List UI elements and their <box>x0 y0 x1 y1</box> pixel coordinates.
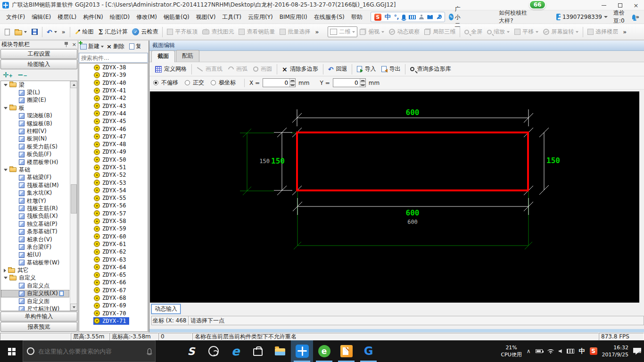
expand-all-icon[interactable]: ✛+ <box>3 72 13 79</box>
start-button[interactable] <box>0 340 23 362</box>
chevron-down-icon[interactable] <box>4 84 8 86</box>
toolbar-overflow[interactable]: » <box>59 29 68 35</box>
sogou-logo-icon[interactable]: S <box>374 14 381 21</box>
component-search-input[interactable] <box>79 55 148 61</box>
y-spin-down-icon[interactable] <box>360 82 365 87</box>
new-file-button[interactable] <box>2 27 12 37</box>
tree-item[interactable]: 集水坑(K) <box>1 189 69 197</box>
ime-mode-chinese[interactable]: 中 <box>385 13 391 21</box>
radio-orthogonal[interactable] <box>185 80 190 85</box>
list-item[interactable]: ZDYX-38 <box>79 64 148 71</box>
list-item[interactable]: ZDYX-42 <box>79 94 148 102</box>
list-item[interactable]: ZDYX-60 <box>79 233 148 240</box>
tree-item[interactable]: 自定义点 <box>1 282 69 289</box>
tree-item[interactable]: 自定义线(X) <box>1 290 69 297</box>
tree-item[interactable]: 板受力筋(S) <box>1 143 69 150</box>
list-item[interactable]: ZDYX-45 <box>79 117 148 125</box>
list-item[interactable]: ZDYX-46 <box>79 125 148 132</box>
list-item[interactable]: ZDYX-66 <box>79 279 148 286</box>
taskbar-search-input[interactable] <box>38 348 144 355</box>
clear-polygon-button[interactable]: ×清除多边形 <box>279 64 321 74</box>
x-spin-down-icon[interactable] <box>290 82 295 87</box>
scroll-up-icon[interactable] <box>70 81 77 88</box>
toolbar-overflow[interactable]: » <box>313 29 321 35</box>
tree-group[interactable]: 自定义 <box>1 274 69 282</box>
taskbar-app-sogou[interactable]: S <box>180 340 202 362</box>
mic-icon[interactable] <box>402 15 405 19</box>
bell-icon[interactable] <box>632 15 636 19</box>
list-item[interactable]: ZDYX-41 <box>79 87 148 94</box>
menu-item[interactable]: 绘图(D) <box>107 11 133 23</box>
list-item[interactable]: ZDYX-54 <box>79 187 148 194</box>
dynamic-input-toggle[interactable]: 动态输入 <box>151 304 181 314</box>
settings-wrench-icon[interactable] <box>436 15 441 20</box>
ime-indicator[interactable]: 中 <box>579 347 585 355</box>
taskbar-search-box[interactable] <box>23 340 156 362</box>
tree-item[interactable]: 基础板带(W) <box>1 259 69 266</box>
taskbar-app-explorer[interactable] <box>269 340 291 362</box>
taskbar-app-edge[interactable]: e <box>224 340 247 362</box>
drawing-input-button[interactable]: 绘图输入 <box>0 59 77 69</box>
define-grid-button[interactable]: 定义网格 <box>152 64 190 74</box>
account-phone[interactable]: 13907298339 <box>562 14 602 20</box>
tab-rebar[interactable]: 配筋 <box>176 50 199 62</box>
cloud-check-button[interactable]: 云检查 <box>130 26 160 38</box>
list-item[interactable]: ZDYX-64 <box>79 263 148 271</box>
align-slab-top-button[interactable]: 平齐板顶 <box>165 26 200 38</box>
report-preview-button[interactable]: 报表预览 <box>0 322 77 332</box>
list-item[interactable]: ZDYX-70 <box>79 310 148 317</box>
list-item[interactable]: ZDYX-67 <box>79 287 148 294</box>
draw-arc-button[interactable]: 画弧 <box>225 64 250 74</box>
undo-button[interactable]: ↶ <box>44 27 59 37</box>
summary-calc-button[interactable]: Σ汇总计算 <box>96 26 130 38</box>
skin-icon[interactable] <box>427 15 433 19</box>
tree-item[interactable]: 螺旋板(B) <box>1 120 69 127</box>
tree-item[interactable]: 筏板主筋(R) <box>1 205 69 212</box>
menu-item[interactable]: 视图(V) <box>193 11 219 23</box>
taskbar-app-360[interactable]: e <box>313 340 335 362</box>
tree-group[interactable]: 其它 <box>1 266 69 274</box>
assistant-entry[interactable]: ✎ 广小二 <box>449 5 466 29</box>
tree-item[interactable]: 条形基础(T) <box>1 228 69 235</box>
account-area[interactable]: 13907298339 造价豆:0 <box>556 9 636 25</box>
menu-item[interactable]: 钢筋量(Q) <box>160 11 193 23</box>
project-settings-button[interactable]: 工程设置 <box>0 49 77 59</box>
tree-item[interactable]: 现浇板(B) <box>1 112 69 120</box>
tree-item[interactable]: 筏板基础(M) <box>1 181 69 189</box>
tab-section[interactable]: 截面 <box>151 50 175 62</box>
tray-chevron-up-icon[interactable]: ∧ <box>527 348 531 354</box>
help-question-link[interactable]: 如何校核柱大样? <box>499 9 528 25</box>
menu-item[interactable]: BIM应用(I) <box>276 11 311 23</box>
chevron-down-icon[interactable] <box>4 277 8 279</box>
orbit-button[interactable]: 动态观察 <box>387 26 422 38</box>
pin-icon[interactable] <box>64 42 68 47</box>
y-coord-spinner[interactable] <box>333 78 366 87</box>
close-panel-icon[interactable]: × <box>72 42 76 47</box>
action-center-icon[interactable]: 1 <box>633 348 641 355</box>
draw-circle-button[interactable]: 画圆 <box>250 64 275 74</box>
list-item[interactable]: ZDYX-58 <box>79 217 148 225</box>
top-view-button[interactable]: 俯视 <box>357 26 387 38</box>
tree-item[interactable]: 桩承台(V) <box>1 236 69 243</box>
polygon-library-button[interactable]: 查询多边形库 <box>407 64 454 74</box>
tree-item[interactable]: 自定义面 <box>1 297 69 305</box>
list-item[interactable]: ZDYX-59 <box>79 225 148 232</box>
new-component-button[interactable]: 新建 <box>79 41 105 51</box>
section-drawing-canvas[interactable]: 600 150 150 150 600 600 <box>150 91 639 303</box>
single-component-input-button[interactable]: 单构件输入 <box>0 312 77 321</box>
wifi-icon[interactable] <box>547 349 554 353</box>
list-item[interactable]: ZDYX-57 <box>79 210 148 217</box>
list-item[interactable]: ZDYX-50 <box>79 156 148 164</box>
list-item[interactable]: ZDYX-39 <box>79 71 148 79</box>
tree-item[interactable]: 板负筋(F) <box>1 151 69 158</box>
chevron-right-icon[interactable] <box>4 269 6 272</box>
account-dropdown-icon[interactable] <box>604 16 608 18</box>
tree-group[interactable]: 基础 <box>1 166 69 173</box>
list-item[interactable]: ZDYX-68 <box>79 294 148 302</box>
find-element-button[interactable]: 查找图元 <box>200 26 236 38</box>
list-item[interactable]: ZDYX-56 <box>79 202 148 209</box>
import-button[interactable]: 导入 <box>354 64 379 74</box>
menu-item[interactable]: 修改(M) <box>133 11 160 23</box>
taskbar-mic-icon[interactable] <box>148 348 151 354</box>
user-icon[interactable] <box>419 15 424 19</box>
